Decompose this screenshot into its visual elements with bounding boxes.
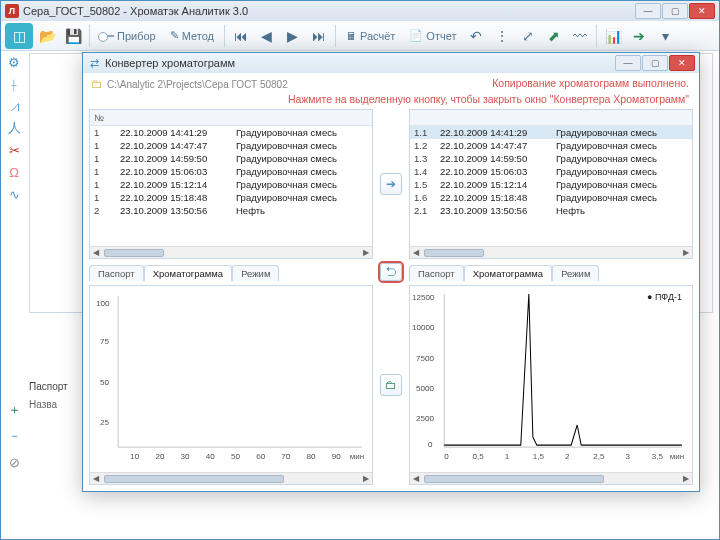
svg-text:3: 3 xyxy=(626,452,631,461)
hscrollbar[interactable]: ◀▶ xyxy=(90,246,372,258)
converter-icon: ⇄ xyxy=(87,56,101,70)
svg-text:70: 70 xyxy=(281,452,290,461)
list-item[interactable]: 1.622.10.2009 15:18:48Градуировочная сме… xyxy=(410,191,692,204)
svg-text:мин: мин xyxy=(350,452,364,461)
minimize-button[interactable]: — xyxy=(635,3,661,19)
tab-passport-r[interactable]: Паспорт xyxy=(409,265,464,281)
svg-text:2,5: 2,5 xyxy=(593,452,605,461)
close-button[interactable]: ✕ xyxy=(689,3,715,19)
converter-title: Конвертер хроматограмм xyxy=(105,57,235,69)
split-icon[interactable]: Ω xyxy=(5,163,23,181)
undo-button[interactable]: ↶ xyxy=(464,24,488,48)
curve-icon[interactable]: ∿ xyxy=(5,185,23,203)
svg-text:100: 100 xyxy=(96,299,110,308)
hscrollbar[interactable]: ◀▶ xyxy=(410,472,692,484)
svg-text:3,5: 3,5 xyxy=(652,452,664,461)
save-button[interactable]: 💾 xyxy=(61,24,85,48)
right-chart[interactable]: ПФД-1 12500 10000 7500 5000 2500 0 0 xyxy=(409,285,693,485)
list-item[interactable]: 223.10.2009 13:50:56Нефть xyxy=(90,204,372,217)
converter-window: ⇄ Конвертер хроматограмм — ▢ ✕ 🗀 C:\Anal… xyxy=(82,52,700,492)
remove-icon[interactable]: － xyxy=(5,427,23,445)
wave-icon[interactable]: 〰 xyxy=(568,24,592,48)
main-titlebar[interactable]: Л Сера_ГОСТ_50802 - Хроматэк Аналитик 3.… xyxy=(1,1,719,21)
svg-text:5000: 5000 xyxy=(416,384,434,393)
open-button[interactable]: 📂 xyxy=(35,24,59,48)
cut-icon[interactable]: ✂ xyxy=(5,141,23,159)
ruler-icon[interactable]: ⟊ xyxy=(5,75,23,93)
tab-mode[interactable]: Режим xyxy=(232,265,279,281)
list-item[interactable]: 122.10.2009 15:06:03Градуировочная смесь xyxy=(90,165,372,178)
svg-text:50: 50 xyxy=(100,378,109,387)
device-icon xyxy=(100,35,114,37)
bg-field-label: Назва xyxy=(29,399,57,410)
folder-icon: 🗀 xyxy=(91,77,103,91)
merge-icon[interactable]: 人 xyxy=(5,119,23,137)
new-folder-button[interactable]: 🗀 xyxy=(380,374,402,396)
conv-minimize-button[interactable]: — xyxy=(615,55,641,71)
svg-text:30: 30 xyxy=(181,452,190,461)
peak-icon[interactable]: ⩘ xyxy=(5,97,23,115)
home-button[interactable]: ◫ xyxy=(5,23,33,49)
more-icon[interactable]: ⋮ xyxy=(490,24,514,48)
left-edit-palette: ＋ － ⊘ xyxy=(3,401,25,471)
target-list[interactable]: 1.122.10.2009 14:41:29Градуировочная сме… xyxy=(409,109,693,259)
tab-mode-r[interactable]: Режим xyxy=(552,265,599,281)
prev-button[interactable]: ◀ xyxy=(255,24,279,48)
tab-passport[interactable]: Паспорт xyxy=(89,265,144,281)
svg-text:0,5: 0,5 xyxy=(472,452,484,461)
transfer-right-button[interactable]: ➔ xyxy=(380,173,402,195)
svg-text:12500: 12500 xyxy=(412,293,435,302)
path-display: 🗀 C:\Analytic 2\Projects\Сера ГОСТ 50802 xyxy=(91,77,288,91)
list-item[interactable]: 1.422.10.2009 15:06:03Градуировочная сме… xyxy=(410,165,692,178)
cancel-icon[interactable]: ⊘ xyxy=(5,453,23,471)
export-icon[interactable]: ➔ xyxy=(627,24,651,48)
zoom-fit-button[interactable]: ⤢ xyxy=(516,24,540,48)
list-item[interactable]: 1.322.10.2009 14:59:50Градуировочная сме… xyxy=(410,152,692,165)
svg-text:1: 1 xyxy=(505,452,510,461)
hscrollbar[interactable]: ◀▶ xyxy=(90,472,372,484)
source-list[interactable]: № 122.10.2009 14:41:29Градуировочная сме… xyxy=(89,109,373,259)
list-item[interactable]: 1.522.10.2009 15:12:14Градуировочная сме… xyxy=(410,178,692,191)
converter-titlebar[interactable]: ⇄ Конвертер хроматограмм — ▢ ✕ xyxy=(83,53,699,73)
tab-chroma-r[interactable]: Хроматограмма xyxy=(464,265,552,281)
last-button[interactable]: ⏭ xyxy=(307,24,331,48)
next-button[interactable]: ▶ xyxy=(281,24,305,48)
report-icon: 📄 xyxy=(409,29,423,42)
conv-maximize-button[interactable]: ▢ xyxy=(642,55,668,71)
calc-button[interactable]: 🖩Расчёт xyxy=(340,24,401,48)
status-message-1: Копирование хроматограмм выполнено. xyxy=(492,77,689,89)
svg-text:50: 50 xyxy=(231,452,240,461)
device-button[interactable]: Прибор xyxy=(94,24,162,48)
svg-text:60: 60 xyxy=(256,452,265,461)
tab-chroma[interactable]: Хроматограмма xyxy=(144,265,232,281)
list-item[interactable]: 1.222.10.2009 14:47:47Градуировочная сме… xyxy=(410,139,692,152)
list-item[interactable]: 1.122.10.2009 14:41:29Градуировочная сме… xyxy=(410,126,692,139)
svg-text:2500: 2500 xyxy=(416,414,434,423)
window-title: Сера_ГОСТ_50802 - Хроматэк Аналитик 3.0 xyxy=(23,5,248,17)
list-item[interactable]: 122.10.2009 14:59:50Градуировочная смесь xyxy=(90,152,372,165)
list-item[interactable]: 122.10.2009 15:12:14Градуировочная смесь xyxy=(90,178,372,191)
add-icon[interactable]: ＋ xyxy=(5,401,23,419)
list-item[interactable]: 122.10.2009 14:41:29Градуировочная смесь xyxy=(90,126,372,139)
left-chart[interactable]: 100 75 50 25 10 20 30 40 50 60 70 80 90 … xyxy=(89,285,373,485)
maximize-button[interactable]: ▢ xyxy=(662,3,688,19)
list-item[interactable]: 122.10.2009 15:18:48Градуировочная смесь xyxy=(90,191,372,204)
svg-text:мин: мин xyxy=(670,452,684,461)
conv-close-button[interactable]: ✕ xyxy=(669,55,695,71)
left-tool-palette: ⚙ ⟊ ⩘ 人 ✂ Ω ∿ xyxy=(3,53,25,203)
svg-text:10: 10 xyxy=(130,452,139,461)
method-button[interactable]: ✎Метод xyxy=(164,24,220,48)
list-item[interactable]: 122.10.2009 14:47:47Градуировочная смесь xyxy=(90,139,372,152)
list-item[interactable]: 2.123.10.2009 13:50:56Нефть xyxy=(410,204,692,217)
hscrollbar[interactable]: ◀▶ xyxy=(410,246,692,258)
peak-tool-icon[interactable]: ⬈ xyxy=(542,24,566,48)
barchart-icon[interactable]: 📊 xyxy=(601,24,625,48)
svg-text:75: 75 xyxy=(100,337,109,346)
first-button[interactable]: ⏮ xyxy=(229,24,253,48)
close-converter-button[interactable]: ⮌ xyxy=(380,263,402,281)
report-button[interactable]: 📄Отчет xyxy=(403,24,462,48)
svg-text:0: 0 xyxy=(444,452,449,461)
gear-icon[interactable]: ⚙ xyxy=(5,53,23,71)
dropdown-icon[interactable]: ▾ xyxy=(653,24,677,48)
svg-text:7500: 7500 xyxy=(416,354,434,363)
